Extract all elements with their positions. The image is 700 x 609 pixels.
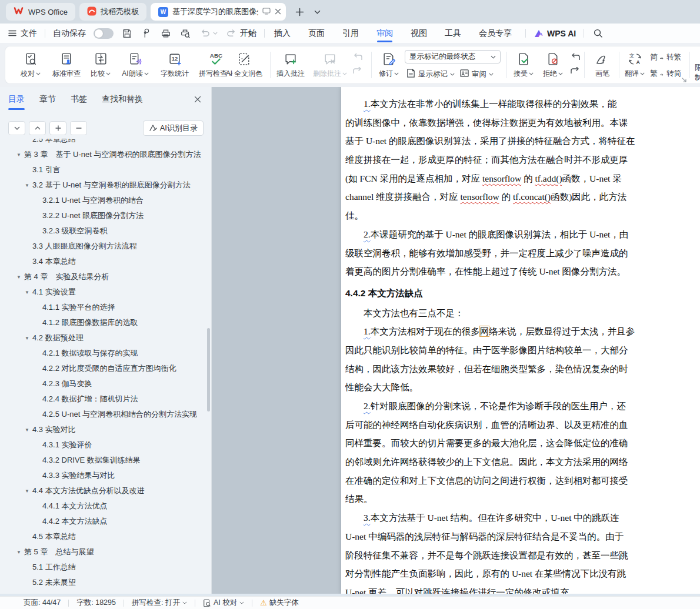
word-count-button[interactable]: 12 字数统计 (156, 49, 194, 81)
insert-comment-button[interactable]: 插入批注 (272, 49, 309, 81)
review-pane-button[interactable]: 审阅 (459, 68, 494, 81)
tab-list-chevron-icon[interactable] (310, 4, 325, 19)
redo-icon[interactable] (225, 28, 237, 39)
sidebar-tab[interactable]: 书签 (71, 87, 87, 112)
outline-item[interactable]: ▼ 4.2.2 对比度受限的自适应直方图均衡化 (0, 361, 208, 376)
outline-item[interactable]: ▼ 3.2.1 U-net 与空洞卷积的结合 (0, 193, 208, 208)
caret-down-icon[interactable]: ▼ (16, 550, 24, 555)
outline-item[interactable]: ▼ 3.2.2 U-net 眼底图像分割方法 (0, 208, 208, 223)
sidebar-tab[interactable]: 目录 (8, 87, 25, 112)
collapse-up-icon[interactable] (29, 121, 46, 135)
menu-tab[interactable]: 会员专享 (479, 24, 512, 43)
reject-change-button[interactable]: 拒绝 (538, 49, 568, 81)
outline-item[interactable]: ▼ 4.3.3 实验结果与对比 (0, 468, 208, 483)
zoom-out-icon[interactable] (70, 121, 87, 135)
next-comment-icon[interactable] (351, 65, 364, 77)
outline-item[interactable]: ▼ 3.1 引言 (0, 162, 208, 178)
compare-button[interactable]: 比较 (86, 49, 115, 81)
ai-proofread-status[interactable]: AI 校对 (203, 598, 244, 608)
menu-tab[interactable]: 开始 (240, 24, 256, 43)
outline-item[interactable]: ▼ 第 5 章 总结与展望 (0, 544, 208, 560)
export-pdf-icon[interactable] (141, 28, 152, 39)
ink-pen-button[interactable]: 画笔 (589, 49, 616, 81)
translate-button[interactable]: 文A 翻译 (621, 49, 649, 81)
track-changes-button[interactable]: 修订 (375, 49, 403, 81)
outline-item[interactable]: ▼ 4.1.1 实验平台的选择 (0, 300, 208, 315)
menu-tab[interactable]: 工具 (445, 24, 461, 43)
outline-item[interactable]: ▼ 3.3 人眼眼底图像分割方法流程 (0, 239, 208, 254)
caret-down-icon[interactable]: ▼ (25, 488, 32, 494)
close-pane-icon[interactable] (192, 94, 203, 105)
delete-comment-button[interactable]: 删除批注 (310, 49, 350, 81)
caret-down-icon[interactable]: ▼ (25, 290, 32, 295)
outline-item[interactable]: ▼ 4.1.2 眼底图像数据库的选取 (0, 315, 208, 330)
ai-polish-button[interactable]: AI 全文润色 (222, 49, 266, 81)
new-tab-icon[interactable] (292, 4, 308, 19)
outline-item[interactable]: ▼ 5.1 工作总结 (0, 560, 208, 575)
outline-item[interactable]: ▼ 3.2.3 级联空洞卷积 (0, 223, 208, 239)
menu-tab[interactable]: 视图 (411, 24, 427, 43)
group-expand-icon[interactable] (682, 75, 687, 84)
undo-history-chevron-icon[interactable] (213, 28, 218, 39)
outline-item[interactable]: ▼ 4.3.2 DRIVE 数据集训练结果 (0, 453, 208, 468)
outline-item[interactable]: ▼ 4.4.1 本文方法优点 (0, 498, 208, 514)
proofread-button[interactable]: 校对 (15, 49, 46, 81)
caret-down-icon[interactable]: ▼ (16, 152, 24, 158)
document-page[interactable]: 1.本文方法在非常小的训练集上一样能取得很棒的分割效果，能的训练图像中，依靠数据… (341, 87, 700, 594)
undo-icon[interactable] (199, 28, 211, 39)
previous-revision-icon[interactable] (569, 52, 582, 63)
caret-down-icon[interactable]: ▼ (16, 275, 24, 280)
markup-state-select[interactable]: 显示标记的最终状态 (405, 50, 501, 63)
outline-item[interactable]: ▼ 3.4 本章总结 (0, 254, 208, 269)
outline-item[interactable]: ▼ 2.5 本章总结 (0, 139, 208, 147)
next-revision-icon[interactable] (569, 65, 582, 77)
previous-comment-icon[interactable] (351, 52, 364, 63)
caret-down-icon[interactable]: ▼ (25, 427, 32, 433)
page-indicator[interactable]: 页面: 44/47 (24, 598, 61, 608)
simplified-to-traditional-button[interactable]: 简 转繁 (650, 51, 681, 63)
sidebar-tab[interactable]: 查找和替换 (102, 87, 143, 112)
menu-tab[interactable]: 插入 (274, 24, 291, 43)
outline-item[interactable]: ▼ 4.2 数据预处理 (0, 330, 208, 346)
close-tab-icon[interactable] (275, 8, 281, 16)
outline-item[interactable]: ▼ 4.2.3 伽马变换 (0, 376, 208, 392)
menu-tab[interactable]: 引用 (342, 24, 359, 43)
wps-ai-button[interactable]: WPS AI (534, 29, 576, 38)
outline-item[interactable]: ▼ 4.3.1 实验评价 (0, 437, 208, 453)
menu-tab[interactable]: 审阅 (376, 24, 393, 43)
outline-item[interactable]: ▼ 4.2.5 U-net 与空洞卷积相结合的分割方法实现 (0, 407, 208, 422)
autosave-toggle[interactable] (94, 28, 114, 39)
expand-down-icon[interactable] (8, 121, 25, 135)
outline-item[interactable]: ▼ 4.2.1 数据读取与保存的实现 (0, 346, 208, 361)
print-preview-icon[interactable] (179, 28, 191, 39)
outline-item[interactable]: ▼ 5.2 未来展望 (0, 575, 208, 590)
print-icon[interactable] (160, 28, 172, 39)
standard-review-button[interactable]: 标准审查 (48, 49, 85, 81)
accept-change-button[interactable]: 接受 (509, 49, 538, 81)
outline-item[interactable]: ▼ 4.4.2 本文方法缺点 (0, 514, 208, 529)
outline-item[interactable]: ▼ 4.5 本章总结 (0, 529, 208, 544)
save-icon[interactable] (121, 28, 133, 39)
outline-item[interactable]: ▼ 第 3 章 基于 U-net 与空洞卷积的眼底图像分割方法 (0, 147, 208, 162)
spell-check-status[interactable]: 拼写检查: 打开 (132, 598, 187, 608)
caret-down-icon[interactable]: ▼ (25, 336, 32, 341)
file-menu[interactable]: 文件 (8, 28, 37, 39)
restrict-edit-button[interactable]: 限制 (695, 66, 700, 79)
tab-document[interactable]: W 基于深度学习的眼底图像分割 (151, 3, 286, 21)
traditional-to-simplified-button[interactable]: 繁 转简 (650, 67, 681, 80)
outline-item[interactable]: ▼ 第 4 章 实验及结果分析 (0, 269, 208, 285)
missing-font-warning[interactable]: ⚠ 缺失字体 (260, 598, 299, 608)
zoom-in-icon[interactable] (49, 121, 66, 135)
outline-item[interactable]: ▼ 4.3 实验对比 (0, 422, 208, 437)
sidebar-tab[interactable]: 章节 (39, 87, 56, 112)
sidebar-scrollbar-thumb[interactable] (207, 328, 210, 411)
ai-outline-button[interactable]: AI识别目录 (143, 121, 204, 136)
outline-item[interactable]: ▼ 3.2 基于 U-net 与空洞卷积的眼底图像分割方法 (0, 178, 208, 193)
outline-item[interactable]: ▼ 4.4 本文方法优缺点分析以及改进 (0, 483, 208, 498)
tab-docer-template[interactable]: 找稻壳模板 (79, 3, 146, 21)
menu-tab[interactable]: 页面 (308, 24, 325, 43)
show-markup-button[interactable]: 显示标记 (406, 68, 455, 81)
tab-wps-office[interactable]: WPS Office (6, 3, 75, 21)
search-icon[interactable] (592, 28, 604, 39)
caret-down-icon[interactable]: ▼ (25, 183, 32, 188)
